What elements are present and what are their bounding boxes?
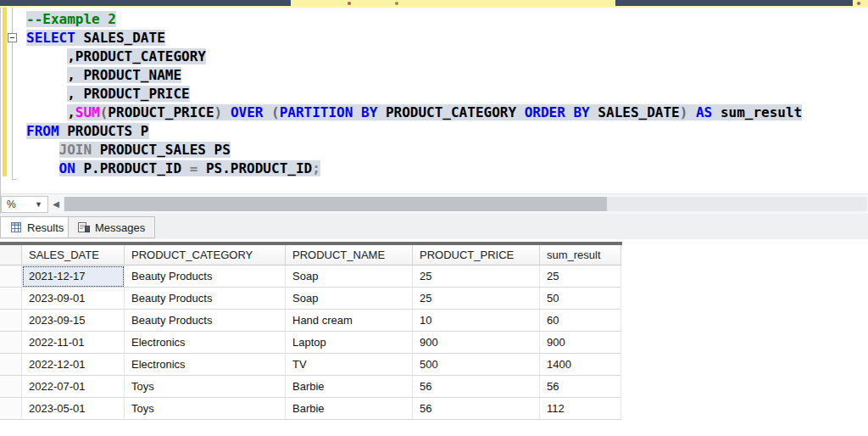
row-header[interactable] [0, 398, 22, 420]
column-header-sum_result[interactable]: sum_result [540, 245, 621, 266]
grid-cell[interactable]: Beauty Products [125, 288, 286, 310]
tab-messages[interactable]: Messages [68, 216, 155, 238]
scrollbar-thumb[interactable] [64, 197, 607, 211]
grid-cell[interactable]: 2023-09-01 [22, 288, 125, 310]
column-header-SALES_DATE[interactable]: SALES_DATE [22, 245, 125, 266]
grid-cell[interactable]: Laptop [286, 332, 413, 354]
selected-text: , PRODUCT_PRICE [67, 86, 190, 102]
table-row: 2023-09-15Beauty ProductsHand cream1060 [0, 310, 621, 332]
grid-cell[interactable]: Hand cream [286, 310, 413, 332]
zoom-value: % [7, 198, 16, 210]
code-token: PRODUCTS P [59, 123, 149, 139]
selected-text: ,SUM(PRODUCT_PRICE) OVER (PARTITION BY P… [67, 104, 802, 120]
sql-code[interactable]: --Example 2SELECT SALES_DATE ,PRODUCT_CA… [1, 10, 868, 178]
selected-text: , PRODUCT_NAME [67, 67, 181, 83]
row-header[interactable] [0, 354, 22, 376]
scroll-left-arrow-icon[interactable]: ◀ [50, 197, 62, 211]
row-header[interactable] [0, 376, 22, 398]
grid-cell[interactable]: 2022-07-01 [22, 376, 125, 398]
row-header[interactable] [0, 310, 22, 332]
sql-editor[interactable]: --Example 2SELECT SALES_DATE ,PRODUCT_CA… [0, 8, 868, 214]
grid-cell[interactable]: 56 [413, 376, 540, 398]
grid-cell[interactable]: Toys [125, 376, 286, 398]
grid-cell[interactable]: 56 [540, 376, 621, 398]
chevron-down-icon: ▼ [35, 200, 42, 209]
code-line[interactable]: , PRODUCT_PRICE [1, 85, 868, 103]
code-token [222, 104, 231, 120]
grid-cell[interactable]: 60 [540, 310, 621, 332]
grid-cell[interactable]: Beauty Products [125, 310, 286, 332]
tab-strip-right[interactable] [615, 0, 853, 6]
row-header[interactable] [0, 266, 22, 288]
code-token: ; [312, 160, 320, 176]
code-line[interactable]: FROM PRODUCTS P [1, 122, 868, 141]
grid-cell[interactable]: 2022-11-01 [22, 332, 125, 354]
grid-cell[interactable]: 25 [540, 266, 621, 288]
code-line[interactable]: ,PRODUCT_CATEGORY [1, 48, 868, 66]
grid-cell[interactable]: 2022-12-01 [22, 354, 125, 376]
code-line[interactable]: , PRODUCT_NAME [1, 66, 868, 85]
code-line[interactable]: SELECT SALES_DATE [1, 29, 868, 48]
code-indent [26, 48, 67, 64]
grid-corner-cell[interactable] [0, 245, 22, 266]
code-line[interactable]: ,SUM(PRODUCT_PRICE) OVER (PARTITION BY P… [1, 103, 868, 122]
grid-cell[interactable]: Beauty Products [125, 266, 286, 288]
grid-cell[interactable]: 900 [413, 332, 540, 354]
code-token: ( [271, 104, 280, 120]
grid-cell[interactable]: Barbie [286, 376, 413, 398]
code-token: --Example 2 [26, 11, 116, 27]
code-indent [26, 160, 59, 176]
selected-text: JOIN PRODUCT_SALES PS [59, 142, 231, 158]
column-header-PRODUCT_NAME[interactable]: PRODUCT_NAME [286, 245, 413, 266]
grid-cell[interactable]: 900 [540, 332, 621, 354]
grid-cell[interactable]: 50 [540, 288, 621, 310]
grid-cell[interactable]: 2023-09-15 [22, 310, 125, 332]
grid-cell[interactable]: 56 [413, 398, 540, 420]
results-tab-strip: Results Messages [0, 214, 868, 239]
code-line[interactable]: JOIN PRODUCT_SALES PS [1, 141, 868, 159]
grid-cell[interactable]: 10 [413, 310, 540, 332]
grid-cell[interactable]: 25 [413, 266, 540, 288]
grid-cell[interactable]: 2021-12-17 [22, 266, 125, 288]
grid-cell[interactable]: Electronics [125, 332, 286, 354]
tab-strip-left[interactable] [0, 0, 291, 6]
results-grid[interactable]: SALES_DATEPRODUCT_CATEGORYPRODUCT_NAMEPR… [0, 245, 621, 420]
table-row: 2022-12-01ElectronicsTV5001400 [0, 354, 621, 376]
grid-cell[interactable]: 25 [413, 288, 540, 310]
code-token: P.PRODUCT_ID [75, 160, 190, 176]
code-token: SUM [75, 104, 100, 120]
tab-strip-corner[interactable] [853, 0, 868, 6]
code-token: sum_result [712, 104, 802, 120]
document-tab-strip [0, 0, 868, 8]
grid-cell[interactable]: Electronics [125, 354, 286, 376]
grid-cell[interactable]: 2023-05-01 [22, 398, 125, 420]
tab-icon-dot [348, 2, 351, 5]
code-token: AS [696, 104, 712, 120]
row-header[interactable] [0, 288, 22, 310]
selected-text: ,PRODUCT_CATEGORY [67, 48, 206, 64]
horizontal-scrollbar[interactable] [64, 197, 867, 211]
grid-cell[interactable]: TV [286, 354, 413, 376]
column-header-PRODUCT_CATEGORY[interactable]: PRODUCT_CATEGORY [125, 245, 286, 266]
grid-cell[interactable]: Soap [286, 288, 413, 310]
outline-region-end [12, 179, 17, 180]
table-row: 2023-05-01ToysBarbie56112 [0, 398, 621, 420]
code-token: , PRODUCT_PRICE [67, 86, 190, 102]
tab-results[interactable]: Results [0, 216, 74, 238]
grid-cell[interactable]: Toys [125, 398, 286, 420]
active-document-tab[interactable] [291, 0, 615, 6]
code-token: ,PRODUCT_CATEGORY [67, 48, 206, 64]
column-header-PRODUCT_PRICE[interactable]: PRODUCT_PRICE [413, 245, 540, 266]
editor-zoom-select[interactable]: % ▼ [1, 196, 48, 213]
code-line[interactable]: ON P.PRODUCT_ID = PS.PRODUCT_ID; [1, 159, 868, 178]
row-header[interactable] [0, 332, 22, 354]
code-token: ) [680, 104, 688, 120]
grid-cell[interactable]: 500 [413, 354, 540, 376]
tab-icon-dot [395, 2, 398, 5]
code-token: = [190, 160, 198, 176]
grid-cell[interactable]: 112 [540, 398, 621, 420]
code-line[interactable]: --Example 2 [1, 10, 868, 29]
grid-cell[interactable]: Barbie [286, 398, 413, 420]
grid-cell[interactable]: 1400 [540, 354, 621, 376]
grid-cell[interactable]: Soap [286, 266, 413, 288]
